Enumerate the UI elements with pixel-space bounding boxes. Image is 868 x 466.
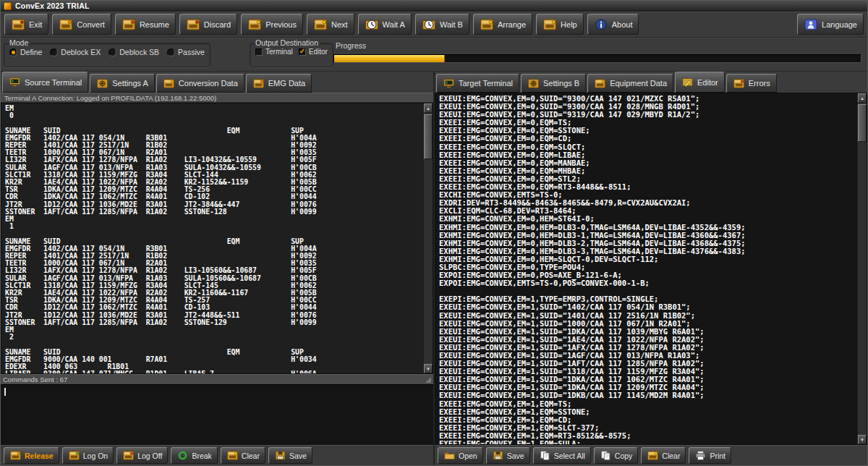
resume-button[interactable]: Resume xyxy=(115,14,176,35)
mode-group: Mode DefineDeblock EXDeblock SBPassive xyxy=(4,38,210,67)
save-button[interactable]: Save xyxy=(486,447,530,464)
source-terminal-area: EM 0 SUNAME SUID EQM SUP EMGFDR 1402/CAA… xyxy=(1,103,433,374)
tab-equipment-data[interactable]: Equipment Data xyxy=(587,74,673,93)
save-disk-icon xyxy=(492,450,504,461)
tab-errors[interactable]: Errors xyxy=(726,74,777,93)
about-button[interactable]: About xyxy=(587,14,639,35)
help-button[interactable]: Help xyxy=(536,14,584,35)
resume-button-label: Resume xyxy=(140,20,169,29)
progress-label: Progress xyxy=(336,41,366,50)
clear-icon xyxy=(647,450,659,461)
command-input[interactable] xyxy=(1,384,433,445)
open-folder-icon xyxy=(443,450,456,461)
resize-grip-icon[interactable] xyxy=(425,377,431,383)
clear-button[interactable]: Clear xyxy=(641,447,686,464)
app-window: ConvEx 2023 TRIAL ExitConvertResumeDisca… xyxy=(0,0,868,466)
convert-button[interactable]: Convert xyxy=(52,14,111,35)
language-button[interactable]: Language xyxy=(797,14,864,35)
log-off-icon xyxy=(122,450,135,461)
app-logo-icon xyxy=(4,2,12,10)
arrange-button[interactable]: Arrange xyxy=(473,14,532,35)
output-checkbox-terminal[interactable]: Terminal xyxy=(255,48,293,56)
left-button-row: ReleaseLog OnLog OffBreakClearSave xyxy=(1,445,433,465)
discard-icon xyxy=(186,18,200,31)
break-button-label: Break xyxy=(192,452,211,460)
convert-icon xyxy=(59,18,73,31)
previous-button[interactable]: Previous xyxy=(241,14,303,35)
save-button[interactable]: Save xyxy=(268,447,312,464)
previous-icon xyxy=(247,18,262,31)
mode-radio-deblock-sb[interactable]: Deblock SB xyxy=(109,48,159,56)
scroll-up-button[interactable]: ▲ xyxy=(424,103,433,113)
progress-bar xyxy=(333,54,861,63)
wait-b-button-label: Wait B xyxy=(440,20,463,29)
save-button-label: Save xyxy=(507,452,524,460)
scroll-thumb[interactable] xyxy=(858,104,867,142)
release-button[interactable]: Release xyxy=(4,447,59,464)
next-button[interactable]: Next xyxy=(307,14,354,35)
mode-radio-passive[interactable]: Passive xyxy=(167,48,205,56)
checkbox-icon xyxy=(255,48,263,56)
mode-radio-deblock-ex[interactable]: Deblock EX xyxy=(50,48,101,56)
mode-radio-define[interactable]: Define xyxy=(9,48,42,56)
wait-a-button[interactable]: Wait A xyxy=(358,14,412,35)
wait-a-clock-icon xyxy=(365,18,379,31)
emg-data-icon xyxy=(252,78,265,89)
select-all-button[interactable]: Select All xyxy=(533,447,591,464)
discard-button[interactable]: Discard xyxy=(179,14,237,35)
right-button-row: OpenSaveSelect AllCopyClearPrint xyxy=(435,445,867,465)
data-icon xyxy=(163,78,175,89)
settings-icon xyxy=(96,78,109,89)
scroll-track[interactable] xyxy=(424,113,433,364)
exit-icon xyxy=(11,18,25,31)
tab-label: EMG Data xyxy=(268,79,305,88)
discard-button-label: Discard xyxy=(204,20,231,29)
save-disk-icon xyxy=(274,450,286,461)
tab-emg-data[interactable]: EMG Data xyxy=(246,74,312,93)
connection-status-text: Terminal A Connection: Logged on PROFILD… xyxy=(4,94,216,102)
exit-button[interactable]: Exit xyxy=(4,14,48,35)
connection-status-bar: Terminal A Connection: Logged on PROFILD… xyxy=(1,93,433,103)
scroll-down-button[interactable]: ▼ xyxy=(858,435,867,444)
output-checkbox-editor[interactable]: Editor xyxy=(299,48,328,56)
tab-editor[interactable]: Editor xyxy=(675,72,725,93)
help-icon xyxy=(542,18,557,31)
clear-icon xyxy=(226,450,239,461)
right-scrollbar: ▲ ▼ xyxy=(857,93,867,444)
print-button[interactable]: Print xyxy=(689,447,731,464)
break-button[interactable]: Break xyxy=(171,447,217,464)
arrange-icon xyxy=(480,18,494,31)
open-button[interactable]: Open xyxy=(438,447,483,464)
tab-source-terminal[interactable]: Source Terminal xyxy=(2,72,88,93)
scroll-track[interactable] xyxy=(858,103,867,435)
source-terminal-output[interactable]: EM 0 SUNAME SUID EQM SUP EMGFDR 1402/CAA… xyxy=(1,103,433,373)
open-button-label: Open xyxy=(459,452,477,460)
copy-button[interactable]: Copy xyxy=(594,447,639,464)
copy-icon xyxy=(600,450,612,461)
radio-icon xyxy=(109,48,116,56)
tab-label: Equipment Data xyxy=(610,79,667,88)
tab-settings-a[interactable]: Settings A xyxy=(90,74,155,93)
editor-content[interactable]: EXEUI:EMG=CONVEX,EM=0,SUID="9300/CAA 147… xyxy=(435,93,867,444)
arrange-button-label: Arrange xyxy=(498,20,526,29)
scroll-thumb[interactable] xyxy=(424,114,433,159)
tab-target-terminal[interactable]: Target Terminal xyxy=(436,74,519,93)
log-off-button-label: Log Off xyxy=(137,452,162,460)
log-off-button[interactable]: Log Off xyxy=(116,447,168,464)
tab-settings-b[interactable]: Settings B xyxy=(521,74,586,93)
right-tab-bar: Target TerminalSettings BEquipment DataE… xyxy=(435,71,867,93)
tab-label: Errors xyxy=(749,79,770,88)
tab-label: Settings A xyxy=(112,79,148,88)
commands-sent-bar: Commands Sent : 67 xyxy=(1,374,433,384)
scroll-down-button[interactable]: ▼ xyxy=(424,364,433,373)
titlebar[interactable]: ConvEx 2023 TRIAL xyxy=(1,1,867,12)
wait-b-button[interactable]: Wait B xyxy=(415,14,469,35)
tab-conversion-data[interactable]: Conversion Data xyxy=(156,74,244,93)
help-button-label: Help xyxy=(561,20,577,29)
scroll-up-button[interactable]: ▲ xyxy=(858,93,867,103)
print-button-label: Print xyxy=(710,452,726,460)
clear-button[interactable]: Clear xyxy=(221,447,265,464)
log-on-button[interactable]: Log On xyxy=(62,447,114,464)
copy-button-label: Copy xyxy=(615,452,633,460)
toolbar-button-group: ExitConvertResumeDiscardPreviousNextWait… xyxy=(4,14,639,35)
